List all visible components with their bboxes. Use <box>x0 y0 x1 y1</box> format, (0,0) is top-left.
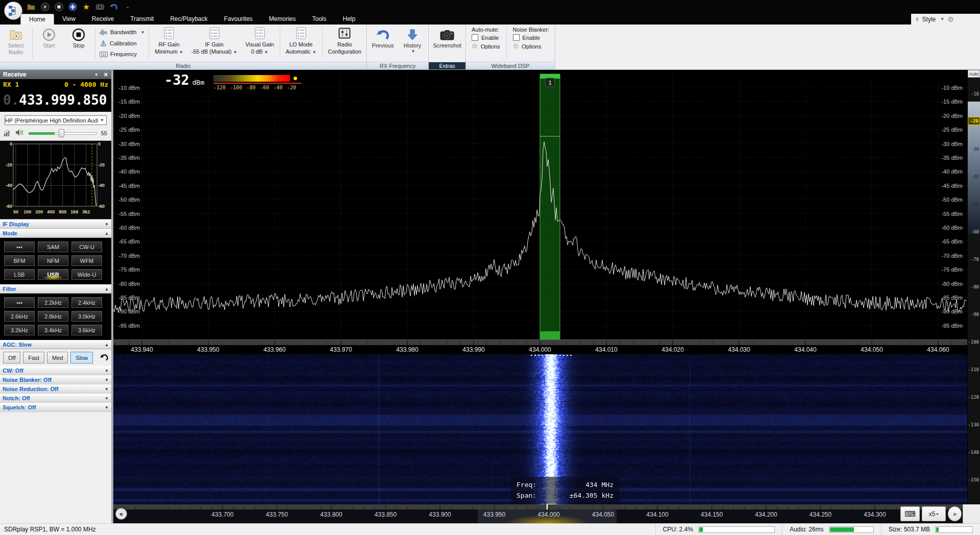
add-icon[interactable] <box>68 2 77 11</box>
equalizer-icon[interactable] <box>4 129 11 138</box>
filter-button-2-6khz[interactable]: 2.6kHz <box>4 311 35 322</box>
qat-more-icon[interactable]: ⌄ <box>123 2 132 11</box>
section-header-if-display[interactable]: IF Display ▼ <box>0 220 111 229</box>
mode-button-wfm[interactable]: WFM <box>71 255 102 266</box>
mode-button-lsb[interactable]: LSB <box>4 269 35 280</box>
section-header-cw[interactable]: CW: Off▼ <box>0 366 111 375</box>
mode-button--[interactable]: ••• <box>4 241 35 252</box>
noise-blanker-enable-checkbox[interactable]: Enable <box>513 34 550 41</box>
range-scale-label: -50 <box>971 202 979 207</box>
spectrum-frequency-axis[interactable]: 433.940433.950433.960433.970433.980433.9… <box>113 339 967 354</box>
mode-button-bfm[interactable]: BFM <box>4 255 35 266</box>
panel-close-icon[interactable]: ✕ <box>104 71 108 78</box>
auto-range-button[interactable]: Auto <box>968 70 980 78</box>
audio-device-select[interactable]: HP (Périphérique High Definition Audio) … <box>5 115 107 125</box>
spectrum-display[interactable]: 1-10 dBm-10 dBm-15 dBm-15 dBm-20 dBm-20 … <box>113 70 967 339</box>
section-header-noise-blanker[interactable]: Noise Blanker: Off▼ <box>0 375 111 384</box>
scroll-left-button[interactable]: « <box>115 508 127 520</box>
tab-view[interactable]: View <box>54 14 84 25</box>
rx-marker-badge[interactable]: 1 <box>548 80 552 86</box>
section-header-agc[interactable]: AGC: Slow ▲ <box>0 340 111 349</box>
visual-gain-button[interactable]: Visual Gain 0 dB▼ <box>242 26 278 61</box>
frequency-readout[interactable]: 0.433.999.850 <box>3 92 108 108</box>
filter-button-3-2khz[interactable]: 3.2kHz <box>4 325 35 335</box>
tab-home[interactable]: Home <box>20 14 54 25</box>
play-icon[interactable] <box>40 2 50 11</box>
stop-icon[interactable] <box>54 2 63 11</box>
bandwidth-button[interactable]: Bandwidth▼ <box>100 27 144 37</box>
auto-mute-options-button[interactable]: ⚙ Options <box>472 42 500 50</box>
tab-rec-playback[interactable]: Rec/Playback <box>162 14 215 25</box>
agc-button-med[interactable]: Med <box>47 352 68 363</box>
auto-mute-enable-checkbox[interactable]: Enable <box>472 34 500 41</box>
volume-slider[interactable] <box>29 129 97 137</box>
collapse-ribbon-icon[interactable]: ⇕ <box>915 17 919 22</box>
filter-button-3-6khz[interactable]: 3.6kHz <box>71 325 102 335</box>
select-radio-button[interactable]: Select Radio <box>2 26 30 61</box>
navbar-frequency-label: 434.050 <box>592 511 615 518</box>
filter-button-2-4khz[interactable]: 2.4kHz <box>71 297 102 308</box>
start-button[interactable]: Start <box>35 26 63 61</box>
radio-configuration-button[interactable]: Radio Configuration <box>325 26 365 61</box>
tab-help[interactable]: Help <box>335 14 364 25</box>
frequency-button[interactable]: Frequency <box>100 49 144 59</box>
volume-slider-thumb[interactable] <box>59 129 64 137</box>
lo-mode-button[interactable]: LO Mode Automatic▼ <box>282 26 320 61</box>
keyboard-entry-button[interactable]: ⌨ <box>900 506 920 521</box>
filter-button--[interactable]: ••• <box>4 297 35 308</box>
if-gain-button[interactable]: IF Gain -55 dB (Manual)▼ <box>188 26 241 61</box>
agc-button-off[interactable]: Off <box>3 352 20 363</box>
panel-collapse-icon[interactable]: ▼ <box>94 72 99 77</box>
receive-panel-title: Receive <box>3 71 26 78</box>
agc-button-slow[interactable]: Slow <box>70 352 93 363</box>
history-button[interactable]: History ▼ <box>398 26 427 61</box>
tab-transmit[interactable]: Transmit <box>122 14 162 25</box>
agc-undo-icon[interactable] <box>99 353 109 362</box>
visual-range-control[interactable]: Auto -10-20-30-40-50-60-70-80-90-100-110… <box>967 70 980 504</box>
mode-button-usb[interactable]: USB <box>38 269 68 280</box>
camera-icon[interactable] <box>95 2 105 11</box>
mode-button-cw-u[interactable]: CW-U <box>71 241 102 252</box>
filter-button-2-2khz[interactable]: 2.2kHz <box>38 297 68 308</box>
favourite-star-icon[interactable]: ★ <box>82 2 91 11</box>
rf-gain-button[interactable]: RF Gain Minimum▼ <box>151 26 187 61</box>
section-header-noise-reduction[interactable]: Noise Reduction: Off▼ <box>0 384 111 394</box>
range-upper-limit-marker[interactable]: -20 <box>968 117 980 125</box>
settings-gear-icon[interactable]: ⚙ <box>947 15 954 23</box>
zoom-level-button[interactable]: x5▸ <box>922 506 946 521</box>
mode-button-sam[interactable]: SAM <box>38 241 68 252</box>
band-navigation-bar[interactable]: 433.700433.750433.800433.850433.900433.9… <box>113 504 980 523</box>
scroll-right-button[interactable]: » <box>948 506 962 521</box>
section-header-filter[interactable]: Filter ▲ <box>0 284 111 294</box>
undo-icon[interactable] <box>109 2 118 11</box>
audio-graph-y-label: -60 <box>6 204 12 209</box>
tab-favourites[interactable]: Favourites <box>216 14 261 25</box>
section-header-mode[interactable]: Mode ▲ <box>0 229 111 238</box>
style-button[interactable]: Style <box>922 16 936 23</box>
tab-memories[interactable]: Memories <box>261 14 304 25</box>
app-logo-icon[interactable] <box>4 2 22 20</box>
filter-button-3-0khz[interactable]: 3.0kHz <box>71 311 102 322</box>
noise-blanker-options-button[interactable]: ⚙ Options <box>513 42 550 50</box>
filter-button-3-4khz[interactable]: 3.4kHz <box>38 325 68 335</box>
agc-button-fast[interactable]: Fast <box>23 352 44 363</box>
tab-receive[interactable]: Receive <box>84 14 122 25</box>
waterfall-display[interactable]: Freq:434 MHz Span:±64.305 kHz <box>113 354 967 504</box>
tab-tools[interactable]: Tools <box>304 14 335 25</box>
section-header-squelch[interactable]: Squelch: Off▼ <box>0 403 111 412</box>
mode-button-wide-u[interactable]: Wide-U <box>71 269 102 280</box>
group-label-wideband-dsp: Wideband DSP <box>466 62 555 69</box>
open-folder-icon[interactable] <box>27 2 36 11</box>
spectrum-db-label: -70 dBm <box>118 253 140 259</box>
filter-button-2-8khz[interactable]: 2.8kHz <box>38 311 68 322</box>
screenshot-button[interactable]: Screenshot <box>430 26 464 61</box>
speaker-icon[interactable] <box>15 129 24 138</box>
ribbon-group-radio: Select Radio Start Stop Bandwidth▼ <box>0 25 367 69</box>
range-scale-label: -140 <box>968 450 979 455</box>
stop-button[interactable]: Stop <box>64 26 93 61</box>
previous-button[interactable]: Previous <box>369 26 397 61</box>
mode-button-nfm[interactable]: NFM <box>38 255 68 266</box>
spectrum-db-label: -20 dBm <box>118 113 140 119</box>
section-header-notch[interactable]: Notch: Off▼ <box>0 394 111 403</box>
calibration-button[interactable]: Calibration <box>100 38 144 48</box>
